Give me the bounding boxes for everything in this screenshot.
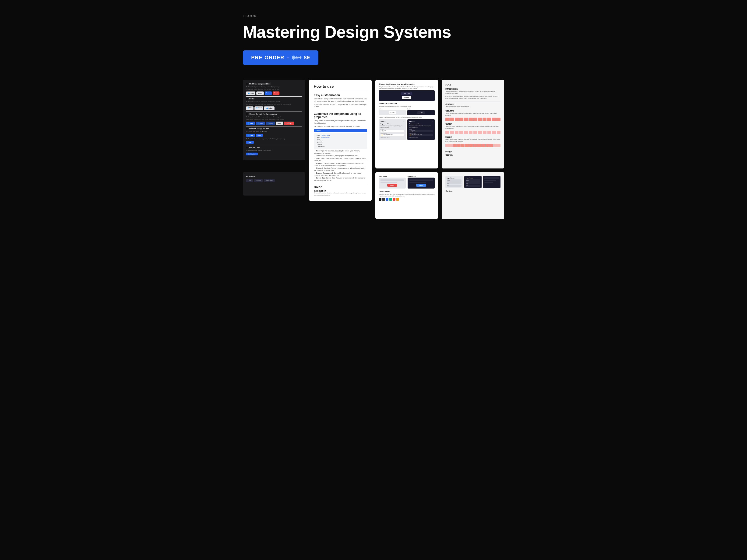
- ld-dark-label: Dark Theme: [408, 176, 435, 177]
- section1-sub: To modify an element, access its propert…: [314, 103, 367, 108]
- example-dark-option1: Light: [466, 182, 481, 184]
- step5-header: Edit the Label: [246, 147, 302, 149]
- icon-desc2: To change the icon of the component, use…: [246, 138, 302, 139]
- light-name-label: Cardholder name: [381, 136, 404, 138]
- prop-color-fill: → Color Fill: [315, 144, 365, 145]
- label-btn-primary: Label: [265, 91, 272, 95]
- dark-payment-body: Complete your purchase by providing your…: [409, 125, 433, 128]
- gutter-bar-2: [450, 131, 454, 134]
- grid-intro-section: Introduction The website grid is a syste…: [445, 88, 500, 99]
- var-chip3: Typography: [264, 179, 275, 182]
- step2-checkbox: [246, 98, 248, 100]
- light-dark-card: Light Theme Button Dark Theme: [376, 172, 438, 219]
- sep1: [246, 96, 302, 97]
- example-theme-panels: Light Theme Light Light Dark Dark Theme …: [445, 176, 500, 188]
- step3-title: Change the state for the component: [249, 113, 277, 115]
- label-edit-row: Get Started ›: [246, 153, 302, 155]
- color-intro-body: Detailed information about the color sys…: [314, 192, 367, 196]
- grid-anatomy-title: Anatomy: [445, 103, 500, 105]
- example-light-panel: Light Theme Light Light Dark: [445, 176, 463, 188]
- light-card-label: Card Details: [381, 133, 404, 134]
- label-demo-dark: ▪ Label: [381, 96, 433, 99]
- icon-buttons-row: 🔷 Label Label: [246, 134, 302, 137]
- color-title: Color: [314, 185, 367, 189]
- theme-toggle-panel: Light Dark ▪ Label: [379, 90, 435, 101]
- ld-light-content: Button: [379, 178, 406, 189]
- main-title: Mastering Design Systems: [243, 23, 504, 41]
- token-swatch-blue: [386, 198, 388, 201]
- grid-margin-bars: [445, 144, 500, 147]
- ld-light-label: Light Theme: [379, 176, 406, 177]
- how-sep3: [314, 184, 367, 184]
- color-theme-body: To change the color theme, use the [Them…: [379, 105, 435, 107]
- light-payment-body: Complete your purchase by providing your…: [381, 125, 404, 128]
- theme-full-desc: You can change the theme of not only one…: [379, 116, 435, 118]
- property-list: 🔷 Label → TypeMedium (48px) → SizeMedium…: [314, 129, 367, 149]
- state-active-btn: 🔷 Label: [266, 122, 275, 125]
- prop-type: → TypeMedium (48px): [315, 135, 365, 136]
- step2-header: Resize: [246, 98, 302, 100]
- margin-bar-3: [461, 144, 465, 147]
- state-buttons-row: 🔷 Label 🔷 Label 🔷 Label Label Loading...: [246, 122, 302, 125]
- ld-light-panel: Light Theme Button: [379, 176, 406, 189]
- theme-card-title: Change the theme using Variable modes: [379, 83, 435, 85]
- prop-size: → SizeMedium (48px): [315, 136, 365, 138]
- gutter-bar-7: [473, 131, 477, 134]
- col-bar-9: [483, 117, 487, 121]
- new-price: $9: [304, 55, 310, 61]
- grid-gutter-bars: [445, 131, 500, 134]
- prop-visibility-desc: → Visibility: Visibility: Shows or hides…: [314, 162, 367, 167]
- size-small-btn: 🔷 Label: [254, 106, 263, 110]
- grid-margin-body: Space between the outer columns and its …: [445, 139, 500, 143]
- state-default-btn: 🔷 Label: [246, 122, 255, 125]
- margin-bar-8: [481, 144, 485, 147]
- color-intro-label: Introduction: [314, 190, 367, 192]
- trailing-btn: Label ›: [246, 141, 254, 144]
- sep4: [246, 145, 302, 145]
- grid-gutter-title: Gutter: [445, 123, 500, 125]
- prop-checked-desc: → Checked: Checked: Relevant for compone…: [314, 167, 367, 172]
- token-names-body: The token name system uses semantic nami…: [379, 193, 435, 197]
- grid-content-title: Content: [445, 154, 500, 156]
- gutter-bar-1: [445, 131, 449, 134]
- token-names-section: Token names The token name system uses s…: [379, 190, 435, 201]
- theme-card: Change the theme using Variable modes Us…: [376, 80, 438, 168]
- ld-dark-bar1: [409, 180, 433, 181]
- col-bar-3: [455, 117, 459, 121]
- step1-checkbox: [246, 83, 248, 85]
- dark-label-demo: ▪ Label: [402, 96, 411, 99]
- step4-title: Hide and change the icon: [249, 128, 269, 130]
- var-chip1: Color: [246, 179, 253, 182]
- light-card-input: 💳 1234 5678 9123 4567: [381, 134, 404, 136]
- col-bar-2: [450, 117, 454, 121]
- grid-usage-title: Usage: [445, 151, 500, 153]
- example-dark-option2: Dark: [466, 185, 481, 187]
- grid-usage-section: Usage Content: [445, 151, 500, 156]
- sep3: [246, 126, 302, 127]
- light-payment-brand: 123done: [381, 121, 386, 123]
- section1-title: Easy customization: [314, 94, 367, 97]
- ld-light-bar2: [381, 182, 397, 183]
- section2-title: Customize the component using its proper…: [314, 112, 367, 119]
- ld-dark-btn-wrap: Button: [409, 184, 433, 187]
- props-panel: → TypeMedium (48px) → SizeMedium (48px) …: [314, 133, 367, 149]
- example-dark-panel: Dark Theme Light Light Dark: [464, 176, 482, 188]
- light-dark-label-demo: Light ▪ Label Dark ▪ Label: [379, 108, 435, 115]
- prop-element-desc: → Element Replacement: Element Replaceme…: [314, 172, 367, 177]
- margin-bar-10: [489, 144, 493, 147]
- theme-tab-bar: Light Dark: [401, 92, 412, 95]
- example-light-label: Light Theme: [447, 177, 462, 179]
- step3-checkbox: [246, 113, 248, 115]
- margin-bar-4: [465, 144, 468, 147]
- col-bar-6: [468, 117, 473, 121]
- light-label-chip: ▪ Label: [389, 111, 396, 114]
- preorder-button[interactable]: PRE-ORDER – $49 $9: [243, 50, 318, 65]
- contrast-title: Contrast: [445, 190, 500, 192]
- section2-body: Easily modify components by selecting th…: [314, 120, 367, 125]
- margin-bar-1: [453, 144, 457, 147]
- prop-checked: → Checked: [315, 142, 365, 143]
- token-swatch-gray: [382, 198, 385, 201]
- how-to-use-card: How to use Easy customization Elements a…: [309, 80, 371, 201]
- margin-bar-left: [445, 144, 453, 147]
- dark-label-container: ▪ Label: [407, 110, 435, 115]
